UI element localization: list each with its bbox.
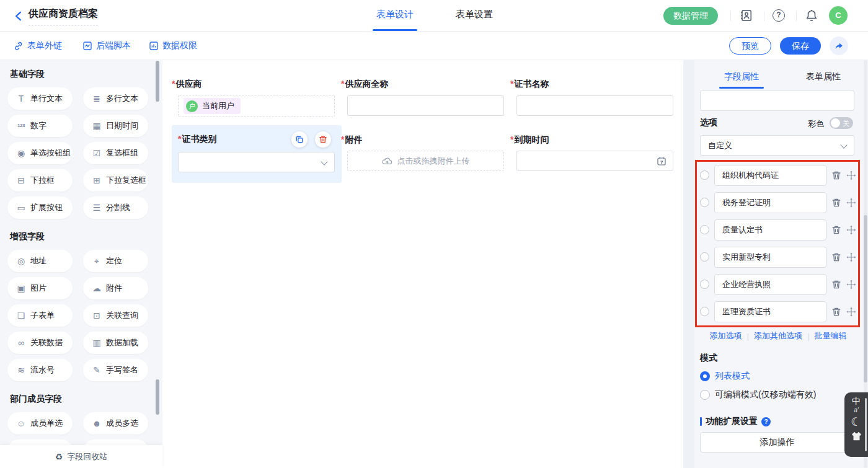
- sidebar-item-dropdown[interactable]: ⊟下拉框: [7, 169, 73, 192]
- option-value-input[interactable]: 实用新型专利: [714, 247, 826, 268]
- add-other-option-link[interactable]: 添加其他选项: [754, 330, 802, 342]
- data-permission-button[interactable]: 数据权限: [149, 40, 197, 52]
- form-toolbar: 表单外链 后端脚本 数据权限 预览 保存: [0, 32, 868, 60]
- delete-option-icon[interactable]: [831, 170, 841, 180]
- sidebar-item-member-multi[interactable]: ☻成员多选: [83, 412, 148, 435]
- supplier-full-field-input[interactable]: [347, 95, 504, 116]
- dropdown-icon: ⊟: [16, 176, 26, 185]
- option-source-select[interactable]: 自定义: [700, 135, 854, 156]
- sidebar-item-number[interactable]: 123数字: [7, 115, 73, 137]
- attachment-upload-area[interactable]: 点击或拖拽附件上传: [347, 151, 504, 171]
- expire-time-date-input[interactable]: [516, 151, 673, 171]
- delete-option-icon[interactable]: [831, 280, 841, 289]
- divider: |: [747, 332, 749, 341]
- member-single-icon: ☺: [16, 419, 26, 428]
- tab-form-design[interactable]: 表单设计: [373, 9, 417, 20]
- option-value-input[interactable]: 质量认定书: [714, 219, 826, 241]
- delete-field-button[interactable]: [315, 131, 331, 148]
- contacts-icon[interactable]: [739, 9, 753, 22]
- delete-option-icon[interactable]: [831, 307, 841, 317]
- sidebar-item-radio-group[interactable]: ◉单选按钮组: [7, 142, 73, 164]
- move-option-icon[interactable]: [846, 252, 856, 262]
- copy-field-button[interactable]: [291, 131, 308, 148]
- help-icon[interactable]: ?: [773, 9, 785, 22]
- sidebar-item-linked-data[interactable]: ∞关联数据: [7, 332, 73, 354]
- option-radio[interactable]: [700, 198, 709, 207]
- tab-field-properties[interactable]: 字段属性: [717, 71, 766, 82]
- tab-form-settings[interactable]: 表单设置: [452, 9, 497, 20]
- sidebar-item-signature[interactable]: ✎手写签名: [83, 359, 148, 381]
- sidebar-item-checkbox-group[interactable]: ☑复选框组: [83, 142, 148, 164]
- option-value-input[interactable]: 税务登记证明: [714, 192, 826, 213]
- save-button[interactable]: 保存: [780, 37, 821, 55]
- sidebar-item-linked-query[interactable]: ⊡关联查询: [83, 304, 148, 327]
- sidebar-item-dropdown-multi[interactable]: ⊞下拉复选框: [83, 169, 148, 192]
- form-external-link-button[interactable]: 表单外链: [14, 40, 62, 52]
- data-manage-button[interactable]: 数据管理: [663, 7, 718, 25]
- sidebar-section-title: 基础字段: [10, 69, 153, 80]
- bell-icon[interactable]: [805, 9, 818, 22]
- dark-mode-moon-icon[interactable]: ☾: [851, 415, 861, 430]
- add-option-link[interactable]: 添加选项: [710, 330, 742, 342]
- page-scrollbar-thumb[interactable]: [865, 398, 867, 451]
- option-value-input[interactable]: 企业经营执照: [714, 274, 826, 295]
- tab-form-properties[interactable]: 表单属性: [799, 71, 848, 82]
- user-avatar[interactable]: C: [829, 6, 848, 25]
- move-option-icon[interactable]: [846, 307, 856, 317]
- signature-icon: ✎: [92, 366, 102, 374]
- option-radio[interactable]: [700, 225, 709, 234]
- sidebar-item-serial[interactable]: ≋流水号: [7, 359, 73, 381]
- move-option-icon[interactable]: [846, 225, 856, 235]
- backend-script-button[interactable]: 后端脚本: [82, 40, 131, 52]
- move-option-icon[interactable]: [846, 280, 856, 289]
- sidebar-item-location[interactable]: ⌖定位: [83, 250, 148, 272]
- preview-button[interactable]: 预览: [729, 37, 771, 55]
- move-option-icon[interactable]: [846, 198, 856, 208]
- option-value-input[interactable]: 组织机构代码证: [714, 165, 826, 186]
- delete-option-icon[interactable]: [831, 252, 841, 262]
- option-value-input[interactable]: 监理资质证书: [714, 301, 826, 322]
- delete-option-icon[interactable]: [831, 198, 841, 208]
- color-toggle[interactable]: 关: [830, 117, 853, 129]
- option-radio[interactable]: [700, 307, 709, 316]
- cert-name-field-input[interactable]: [516, 95, 673, 116]
- add-action-button[interactable]: 添加操作: [700, 432, 854, 453]
- section-accent-bar: [700, 417, 702, 426]
- sidebar-item-image[interactable]: ▣图片: [7, 277, 73, 299]
- option-radio[interactable]: [700, 252, 709, 262]
- linked-query-icon: ⊡: [92, 311, 102, 320]
- field-title-input[interactable]: [700, 90, 854, 111]
- batch-edit-link[interactable]: 批量编辑: [814, 330, 846, 342]
- translate-icon[interactable]: 中: [852, 397, 861, 406]
- sidebar-item-datetime[interactable]: ▦日期时间: [83, 115, 148, 137]
- sidebar-scrollbar-thumb[interactable]: [156, 61, 159, 102]
- field-recycle-bin[interactable]: ♻ 字段回收站: [0, 445, 162, 468]
- sidebar-item-extend-button[interactable]: ▭扩展按钮: [7, 196, 73, 219]
- share-button[interactable]: [830, 37, 848, 55]
- mode-radio-editable[interactable]: 可编辑模式(仅移动端有效): [700, 389, 816, 401]
- back-icon[interactable]: [13, 11, 24, 22]
- move-option-icon[interactable]: [846, 170, 856, 180]
- option-radio[interactable]: [700, 170, 709, 180]
- supplier-field-input[interactable]: 户 当前用户: [178, 95, 335, 117]
- sidebar-item-text-single[interactable]: T单行文本: [7, 87, 73, 110]
- selected-field-cert-type[interactable]: *证书类别: [172, 125, 342, 183]
- linked-data-icon: ∞: [16, 338, 26, 347]
- sidebar-item-subform[interactable]: ❏子表单: [7, 304, 73, 327]
- text-multi-icon: ≣: [92, 94, 102, 103]
- delete-option-icon[interactable]: [831, 225, 841, 235]
- sidebar-item-member-single[interactable]: ☺成员单选: [7, 412, 73, 435]
- sidebar-item-attachment[interactable]: ☁附件: [83, 277, 148, 299]
- sidebar-item-address[interactable]: ◎地址: [7, 250, 73, 272]
- mode-radio-list[interactable]: 列表模式: [700, 370, 750, 382]
- panel-scrollbar-thumb[interactable]: [864, 215, 867, 382]
- theme-shirt-icon[interactable]: [851, 431, 862, 441]
- sidebar-item-data-load[interactable]: ▥数据加载: [83, 332, 148, 354]
- sidebar-item-text-multi[interactable]: ≣多行文本: [83, 87, 148, 110]
- cert-type-select[interactable]: [178, 152, 335, 172]
- sidebar-item-divider[interactable]: ☰分割线: [83, 196, 148, 219]
- sidebar-scrollbar-thumb-lower[interactable]: [156, 379, 159, 415]
- form-canvas[interactable]: *供应商 *供应商全称 *证书名称 户 当前用户 *证书类别 *附件 *到期时间…: [162, 60, 683, 468]
- help-icon[interactable]: ?: [761, 417, 771, 426]
- option-radio[interactable]: [700, 280, 709, 289]
